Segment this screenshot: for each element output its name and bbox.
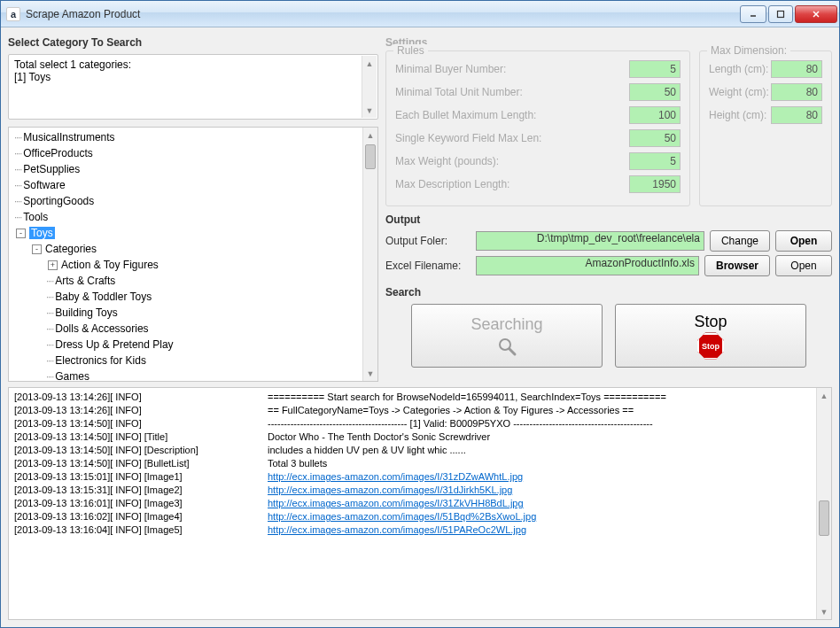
rule-input[interactable]: [629, 106, 681, 124]
excel-filename-input[interactable]: AmazonProductInfo.xls: [476, 256, 699, 275]
log-line: [2013-09-13 13:16:02][ INFO] [Image4]htt…: [14, 510, 826, 523]
collapse-icon[interactable]: -: [16, 229, 26, 238]
dim-input[interactable]: [771, 83, 822, 101]
dim-label: Length (cm):: [709, 63, 771, 75]
output-folder-input[interactable]: D:\tmp\tmp_dev_root\freelance\ela: [476, 231, 704, 251]
open-folder-button[interactable]: Open: [775, 230, 832, 252]
tree-node-label: SportingGoods: [23, 195, 94, 207]
rule-input[interactable]: [629, 152, 681, 170]
tree-node[interactable]: ····Baby & Toddler Toys: [11, 289, 376, 305]
rule-label: Single Keyword Field Max Len:: [395, 132, 629, 144]
log-line: [2013-09-13 13:14:26][ INFO] == FullCate…: [14, 404, 826, 417]
scroll-up-icon[interactable]: ▲: [363, 128, 377, 143]
dim-label: Height (cm):: [709, 109, 771, 121]
magnifier-icon: [496, 336, 517, 357]
tree-node[interactable]: ····OfficeProducts: [11, 145, 376, 161]
category-summary-line1: Total select 1 categories:: [14, 58, 372, 71]
tree-node-label: Dress Up & Pretend Play: [55, 338, 173, 351]
rule-label: Minimal Buyer Number:: [395, 63, 629, 75]
rule-input[interactable]: [629, 83, 681, 101]
tree-node[interactable]: ····Dress Up & Pretend Play: [11, 337, 376, 353]
log-link[interactable]: http://ecx.images-amazon.com/images/I/31…: [268, 497, 524, 510]
tree-node-label: Toys: [29, 227, 55, 239]
tree-node-label: Electronics for Kids: [55, 354, 146, 367]
scroll-down-icon[interactable]: ▼: [362, 103, 377, 118]
rule-input[interactable]: [629, 129, 681, 147]
tree-node[interactable]: ····PetSupplies: [11, 161, 376, 177]
log-link[interactable]: http://ecx.images-amazon.com/images/I/31…: [268, 470, 523, 484]
dim-label: Weight (cm):: [709, 86, 771, 98]
window-title: Scrape Amazon Product: [26, 8, 738, 20]
log-link[interactable]: http://ecx.images-amazon.com/images/I/31…: [268, 484, 512, 497]
tree-node[interactable]: ····Dolls & Accessories: [11, 321, 376, 337]
scroll-up-icon[interactable]: ▲: [817, 388, 831, 403]
tree-node[interactable]: ····Electronics for Kids: [11, 353, 376, 368]
tree-node-label: Tools: [23, 211, 48, 223]
rule-input[interactable]: [629, 175, 681, 193]
tree-scrollbar[interactable]: ▲ ▼: [362, 128, 377, 381]
dim-input[interactable]: [771, 106, 822, 124]
log-output[interactable]: [2013-09-13 13:14:26][ INFO] ========== …: [8, 387, 832, 620]
scroll-down-icon[interactable]: ▼: [817, 604, 831, 619]
change-button[interactable]: Change: [710, 230, 770, 252]
expand-icon[interactable]: +: [48, 260, 58, 270]
log-link[interactable]: http://ecx.images-amazon.com/images/I/51…: [268, 523, 526, 537]
log-link[interactable]: http://ecx.images-amazon.com/images/I/51…: [268, 510, 536, 523]
log-line: [2013-09-13 13:16:01][ INFO] [Image3]htt…: [14, 497, 826, 510]
rule-label: Each Bullet Maximum Length:: [395, 109, 629, 121]
log-line: [2013-09-13 13:14:50][ INFO] [Title]Doct…: [14, 430, 826, 444]
tree-node[interactable]: -Toys: [11, 225, 376, 241]
tree-node[interactable]: ····MusicalInstruments: [11, 129, 376, 145]
tree-node[interactable]: +Action & Toy Figures: [11, 257, 376, 273]
tree-node-label: Dolls & Accessories: [55, 322, 148, 335]
category-tree[interactable]: ····MusicalInstruments····OfficeProducts…: [8, 127, 378, 382]
app-window: a Scrape Amazon Product Select Category …: [0, 0, 840, 628]
log-line: [2013-09-13 13:16:04][ INFO] [Image5]htt…: [14, 523, 826, 537]
tree-node[interactable]: ····SportingGoods: [11, 193, 376, 209]
tree-node-label: Building Toys: [55, 306, 118, 319]
rule-label: Max Description Length:: [395, 178, 629, 190]
output-folder-label: Output Foler:: [385, 235, 471, 247]
stop-icon: Stop: [697, 333, 724, 360]
log-scrollbar[interactable]: ▲ ▼: [816, 388, 831, 619]
log-line: [2013-09-13 13:14:50][ INFO] [BulletList…: [14, 457, 826, 470]
svg-line-5: [509, 349, 515, 354]
minimize-button[interactable]: [740, 5, 766, 23]
tree-node[interactable]: ····Arts & Crafts: [11, 273, 376, 289]
app-icon: a: [6, 7, 20, 21]
collapse-icon[interactable]: -: [32, 244, 42, 254]
tree-node[interactable]: -Categories: [11, 241, 376, 257]
tree-node[interactable]: ····Games: [11, 368, 376, 382]
rule-input[interactable]: [629, 60, 681, 78]
titlebar: a Scrape Amazon Product: [1, 1, 839, 27]
dim-title: Max Dimension:: [707, 44, 790, 57]
log-line: [2013-09-13 13:14:50][ INFO] [Descriptio…: [14, 444, 826, 457]
tree-node[interactable]: ····Software: [11, 177, 376, 193]
tree-node-label: PetSupplies: [23, 163, 80, 175]
tree-node-label: OfficeProducts: [23, 147, 92, 159]
close-button[interactable]: [795, 5, 837, 23]
log-line: [2013-09-13 13:15:01][ INFO] [Image1]htt…: [14, 470, 826, 484]
log-line: [2013-09-13 13:14:26][ INFO] ========== …: [14, 391, 826, 404]
tree-node[interactable]: ····Tools: [11, 209, 376, 225]
browser-button[interactable]: Browser: [704, 255, 770, 276]
category-summary-line2: [1] Toys: [14, 71, 372, 83]
excel-filename-label: Excel Filename:: [385, 260, 471, 272]
stop-button[interactable]: Stop Stop: [615, 304, 806, 368]
searching-button[interactable]: Searching: [411, 304, 603, 368]
scroll-up-icon[interactable]: ▲: [362, 56, 377, 71]
open-excel-button[interactable]: Open: [775, 255, 832, 276]
tree-node-label: Games: [55, 370, 89, 382]
tree-node-label: Categories: [45, 243, 97, 255]
tree-node[interactable]: ····Building Toys: [11, 305, 376, 321]
stop-label: Stop: [694, 313, 727, 331]
summary-scrollbar[interactable]: ▲ ▼: [362, 56, 377, 118]
dim-input[interactable]: [771, 60, 822, 78]
category-summary: Total select 1 categories: [1] Toys ▲ ▼: [8, 54, 378, 120]
rule-label: Minimal Total Unit Number:: [395, 86, 629, 98]
svg-rect-1: [778, 11, 784, 17]
max-dimension-group: Max Dimension: Length (cm):Weight (cm):H…: [699, 50, 832, 206]
scroll-down-icon[interactable]: ▼: [363, 366, 377, 381]
maximize-button[interactable]: [768, 5, 793, 23]
log-line: [2013-09-13 13:14:50][ INFO] -----------…: [14, 417, 826, 430]
